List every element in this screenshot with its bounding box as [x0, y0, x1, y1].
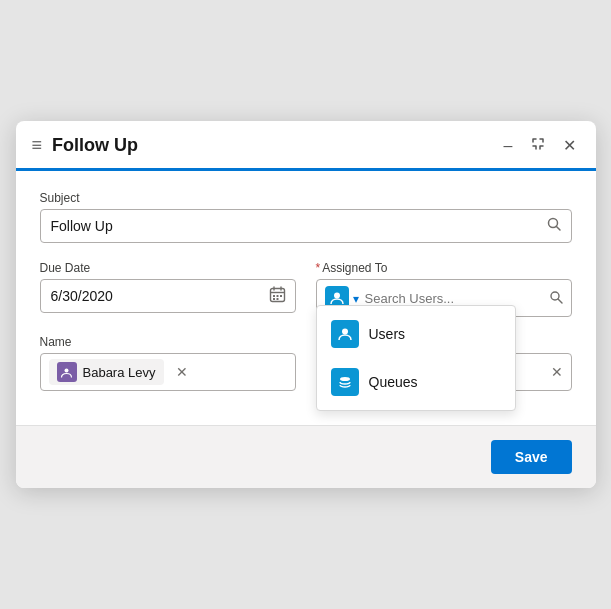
- svg-point-15: [340, 377, 350, 381]
- follow-up-dialog: ≡ Follow Up – ✕ Subject: [16, 121, 596, 488]
- dialog-header: ≡ Follow Up – ✕: [16, 121, 596, 171]
- related-to-chip-remove-button[interactable]: ✕: [547, 365, 563, 379]
- assigned-to-label: *Assigned To: [316, 261, 572, 275]
- name-chip-remove-button[interactable]: ✕: [172, 365, 188, 379]
- required-indicator: *: [316, 261, 321, 275]
- subject-input[interactable]: [40, 209, 572, 243]
- subject-input-wrapper: [40, 209, 572, 243]
- chevron-down-icon: [353, 291, 359, 306]
- subject-label: Subject: [40, 191, 572, 205]
- due-date-assigned-row: Due Date: [40, 261, 572, 335]
- due-date-input-wrapper: [40, 279, 296, 313]
- expand-button[interactable]: [527, 135, 549, 156]
- name-input-wrapper: Babara Levy ✕: [40, 353, 296, 391]
- queues-label: Queues: [369, 374, 418, 390]
- subject-field-group: Subject: [40, 191, 572, 243]
- assign-search-icon: [549, 290, 563, 307]
- assign-type-dropdown-menu: Users Queues: [316, 305, 516, 411]
- users-icon: [331, 320, 359, 348]
- dialog-footer: Save: [16, 425, 596, 488]
- name-label: Name: [40, 335, 296, 349]
- dropdown-item-users[interactable]: Users: [317, 310, 515, 358]
- minimize-button[interactable]: –: [500, 136, 517, 156]
- assign-search-input[interactable]: [365, 291, 543, 306]
- due-date-label: Due Date: [40, 261, 296, 275]
- dialog-title: Follow Up: [52, 135, 500, 156]
- svg-point-14: [342, 329, 348, 335]
- svg-line-13: [558, 299, 562, 303]
- dropdown-item-queues[interactable]: Queues: [317, 358, 515, 406]
- queues-icon: [331, 368, 359, 396]
- name-field-group: Name Babara Levy ✕: [40, 335, 296, 391]
- assigned-to-field-group: *Assigned To: [316, 261, 572, 317]
- name-chip-value: Babara Levy: [83, 365, 156, 380]
- dialog-body: Subject Due Date: [16, 171, 596, 425]
- save-button[interactable]: Save: [491, 440, 572, 474]
- svg-point-11: [334, 293, 340, 299]
- svg-point-17: [65, 368, 69, 372]
- name-chip: Babara Levy: [49, 359, 164, 385]
- due-date-input[interactable]: [40, 279, 296, 313]
- users-label: Users: [369, 326, 406, 342]
- name-chip-icon: [57, 362, 77, 382]
- dialog-menu-icon: ≡: [32, 135, 43, 156]
- close-button[interactable]: ✕: [559, 136, 580, 156]
- header-actions: – ✕: [500, 135, 580, 156]
- due-date-field-group: Due Date: [40, 261, 296, 317]
